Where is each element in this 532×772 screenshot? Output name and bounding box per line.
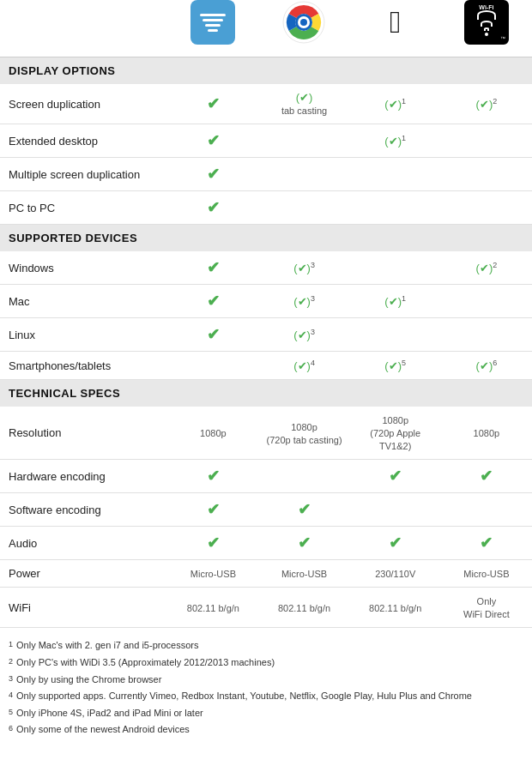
- row-label: Software encoding: [0, 493, 167, 527]
- cell-text: Micro-USB: [281, 569, 327, 579]
- row-cell: [258, 158, 349, 191]
- checkmark: ✔: [207, 534, 220, 552]
- checkmark: ✔: [207, 293, 220, 310]
- header-col-miracast: Wi-Fi ™: [441, 0, 532, 51]
- wifi-trademark: ™: [500, 36, 505, 41]
- cell-text: 1080p: [291, 422, 317, 432]
- row-cell: (✔)2: [441, 251, 532, 285]
- header:  Wi-Fi ™: [0, 0, 532, 57]
- footnote-text: Only iPhone 4S, iPad2 and iPad Mini or l…: [16, 706, 203, 721]
- row-cell: ✔: [258, 493, 349, 527]
- footnote-item: 4Only supported apps. Currently Vimeo, R…: [9, 689, 523, 704]
- row-cell: ✔: [258, 527, 349, 560]
- sup-note: 5: [402, 359, 406, 367]
- row-label: Hardware encoding: [0, 460, 167, 493]
- wave-line-1: [200, 14, 226, 16]
- row-cell: (✔)3: [258, 285, 349, 318]
- row-cell: 802.11 b/g/n: [258, 588, 349, 628]
- row-cell: [441, 124, 532, 158]
- cell-subtext: WiFi Direct: [463, 609, 510, 619]
- cell-text: 802.11 b/g/n: [278, 603, 330, 613]
- comparison-table: DISPLAY OPTIONSScreen duplication✔(✔)tab…: [0, 57, 532, 628]
- checkmark: ✔: [480, 467, 493, 485]
- table-row: Linux✔(✔)3: [0, 318, 532, 352]
- checkmark: ✔: [207, 501, 220, 518]
- cell-text: 1080p: [474, 428, 500, 438]
- footnote-number: 3: [9, 672, 13, 688]
- table-row: Hardware encoding✔✔✔: [0, 460, 532, 493]
- partial-check: (✔): [293, 359, 311, 372]
- row-cell: (✔)2: [441, 84, 532, 124]
- cell-text: 802.11 b/g/n: [369, 603, 421, 613]
- airtame-waves: [200, 14, 226, 32]
- cell-subtext: (720p Apple TV1&2): [370, 428, 420, 451]
- row-label: Windows: [0, 251, 167, 285]
- row-cell: 802.11 b/g/n: [350, 588, 441, 628]
- row-cell: [350, 251, 441, 285]
- sup-note: 2: [493, 261, 497, 269]
- partial-note: tab casting: [281, 106, 327, 116]
- table-row: Multiple screen duplication✔: [0, 158, 532, 191]
- row-cell: Micro-USB: [441, 560, 532, 588]
- footnote-number: 2: [9, 655, 13, 671]
- row-cell: [258, 460, 349, 493]
- row-label: WiFi: [0, 588, 167, 628]
- partial-check: (✔): [384, 295, 402, 308]
- row-cell: Micro-USB: [258, 560, 349, 588]
- checkmark: ✔: [207, 132, 220, 149]
- section-header-row: SUPPORTED DEVICES: [0, 225, 532, 252]
- row-cell: [441, 493, 532, 527]
- wifi-arc-small: [484, 27, 489, 31]
- row-cell: ✔: [167, 251, 258, 285]
- section-header-row: DISPLAY OPTIONS: [0, 57, 532, 84]
- row-cell: (✔)1: [350, 124, 441, 158]
- row-cell: [258, 191, 349, 225]
- table-row: Audio✔✔✔✔: [0, 527, 532, 560]
- row-cell: (✔)tab casting: [258, 84, 349, 124]
- row-label: Resolution: [0, 407, 167, 460]
- row-cell: ✔: [167, 84, 258, 124]
- row-cell: 802.11 b/g/n: [167, 588, 258, 628]
- footnote-number: 4: [9, 689, 13, 704]
- checkmark: ✔: [207, 166, 220, 183]
- partial-check: (✔): [293, 295, 311, 308]
- table-row: Screen duplication✔(✔)tab casting(✔)1(✔)…: [0, 84, 532, 124]
- row-label: Linux: [0, 318, 167, 352]
- footnote-text: Only PC's with WiDi 3.5 (Approximately 2…: [16, 655, 275, 671]
- wifi-arcs: [477, 10, 496, 36]
- table-row: Resolution1080p1080p(720p tab casting)10…: [0, 407, 532, 460]
- cell-text: Micro-USB: [463, 569, 509, 579]
- footnote-item: 5Only iPhone 4S, iPad2 and iPad Mini or …: [9, 706, 523, 721]
- row-cell: [441, 158, 532, 191]
- row-cell: ✔: [167, 493, 258, 527]
- row-cell: 1080p(720p Apple TV1&2): [350, 407, 441, 460]
- checkmark: ✔: [207, 467, 220, 485]
- checkmark: ✔: [389, 534, 402, 552]
- table-row: Mac✔(✔)3(✔)1: [0, 285, 532, 318]
- row-cell: ✔: [167, 527, 258, 560]
- cell-text: 802.11 b/g/n: [187, 603, 239, 613]
- wifi-text: Wi-Fi: [479, 4, 493, 10]
- row-cell: ✔: [167, 460, 258, 493]
- header-col-airtame: [167, 0, 258, 51]
- section-title: DISPLAY OPTIONS: [0, 57, 532, 84]
- wifi-dot: [485, 33, 488, 36]
- row-cell: [441, 191, 532, 225]
- row-cell: (✔)1: [350, 84, 441, 124]
- row-cell: ✔: [167, 318, 258, 352]
- footnote-text: Only supported apps. Currently Vimeo, Re…: [16, 689, 472, 704]
- chromecast-icon-container: [281, 0, 326, 45]
- footnotes-section: 1Only Mac's with 2. gen i7 and i5-proces…: [0, 628, 532, 750]
- table-row: PowerMicro-USBMicro-USB230/110VMicro-USB: [0, 560, 532, 588]
- row-label: Multiple screen duplication: [0, 158, 167, 191]
- table-row: PC to PC✔: [0, 191, 532, 225]
- sup-note: 1: [402, 294, 406, 303]
- row-cell: ✔: [167, 124, 258, 158]
- row-cell: [350, 318, 441, 352]
- row-cell: ✔: [441, 460, 532, 493]
- svg-point-3: [300, 19, 307, 26]
- footnote-text: Only by using the Chrome browser: [16, 672, 161, 688]
- row-cell: (✔)6: [441, 352, 532, 380]
- section-title: TECHNICAL SPECS: [0, 380, 532, 407]
- row-cell: [441, 318, 532, 352]
